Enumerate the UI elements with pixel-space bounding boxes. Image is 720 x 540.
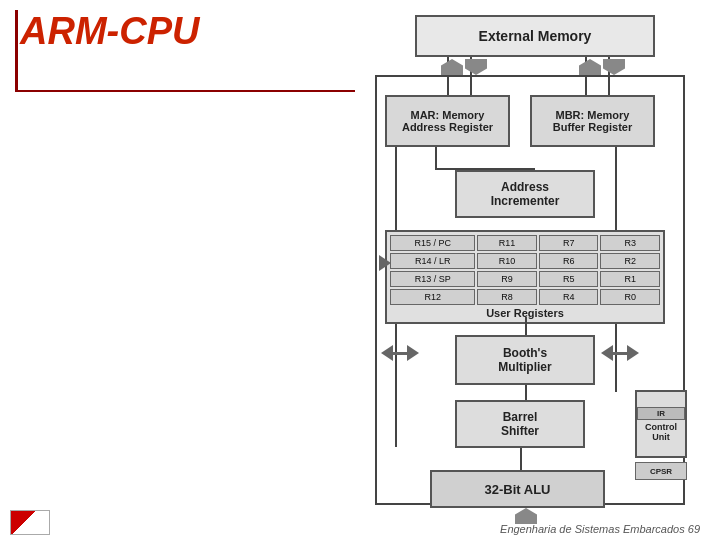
- booths-label: Booth'sMultiplier: [498, 346, 551, 374]
- reg-r1: R1: [600, 271, 660, 287]
- mbr-label: MBR: MemoryBuffer Register: [553, 109, 632, 133]
- top-hline: [375, 75, 685, 77]
- reg-r12: R12: [390, 289, 475, 305]
- barrel-label: BarrelShifter: [501, 410, 539, 438]
- reg-r9: R9: [477, 271, 537, 287]
- cpu-diagram: External Memory MAR: MemoryAddress Regis…: [375, 15, 695, 515]
- mbr-box: MBR: MemoryBuffer Register: [530, 95, 655, 147]
- dbl-arrow-booths-right: [601, 345, 639, 361]
- reg-row-1: R15 / PC R11 R7 R3: [390, 235, 660, 251]
- reg-r10: R10: [477, 253, 537, 269]
- reg-row-2: R14 / LR R10 R6 R2: [390, 253, 660, 269]
- alu-label: 32-Bit ALU: [485, 482, 551, 497]
- footer-text: Engenharia de Sistemas Embarcados 69: [500, 523, 700, 535]
- line-mbr-down: [615, 147, 617, 192]
- reg-r15: R15 / PC: [390, 235, 475, 251]
- reg-r4: R4: [539, 289, 599, 305]
- reg-r14: R14 / LR: [390, 253, 475, 269]
- cpsr-box: CPSR: [635, 462, 687, 480]
- reg-row-4: R12 R8 R4 R0: [390, 289, 660, 305]
- title-line-vertical: [15, 10, 18, 90]
- reg-r8: R8: [477, 289, 537, 305]
- mar-label: MAR: MemoryAddress Register: [402, 109, 493, 133]
- arrow-right-regs: [379, 255, 391, 271]
- line-booths-barrel: [525, 385, 527, 400]
- logo-area: [10, 510, 50, 535]
- addr-inc-label: AddressIncrementer: [491, 180, 560, 208]
- address-incrementer-box: AddressIncrementer: [455, 170, 595, 218]
- reg-row-3: R13 / SP R9 R5 R1: [390, 271, 660, 287]
- barrel-shifter-box: BarrelShifter: [455, 400, 585, 448]
- register-area: R15 / PC R11 R7 R3 R14 / LR R10 R6 R2 R1…: [385, 230, 665, 324]
- reg-r3: R3: [600, 235, 660, 251]
- reg-r2: R2: [600, 253, 660, 269]
- title-area: ARM-CPU: [20, 10, 199, 53]
- reg-r5: R5: [539, 271, 599, 287]
- control-unit-box: IR ControlUnit: [635, 390, 687, 458]
- logo-icon: [10, 510, 50, 535]
- reg-r0: R0: [600, 289, 660, 305]
- dbl-arrow-booths-left: [381, 345, 419, 361]
- line-barrel-alu: [520, 448, 522, 470]
- booths-multiplier-box: Booth'sMultiplier: [455, 335, 595, 385]
- reg-r6: R6: [539, 253, 599, 269]
- mar-box: MAR: MemoryAddress Register: [385, 95, 510, 147]
- control-unit-label: ControlUnit: [645, 422, 677, 442]
- page-title: ARM-CPU: [20, 10, 199, 52]
- reg-r13: R13 / SP: [390, 271, 475, 287]
- reg-r7: R7: [539, 235, 599, 251]
- ir-label: IR: [637, 407, 685, 420]
- line-mar-addr: [435, 147, 437, 170]
- line-regs-booths: [525, 317, 527, 335]
- reg-r11: R11: [477, 235, 537, 251]
- external-memory-box: External Memory: [415, 15, 655, 57]
- alu-box: 32-Bit ALU: [430, 470, 605, 508]
- title-line-horizontal: [15, 90, 355, 92]
